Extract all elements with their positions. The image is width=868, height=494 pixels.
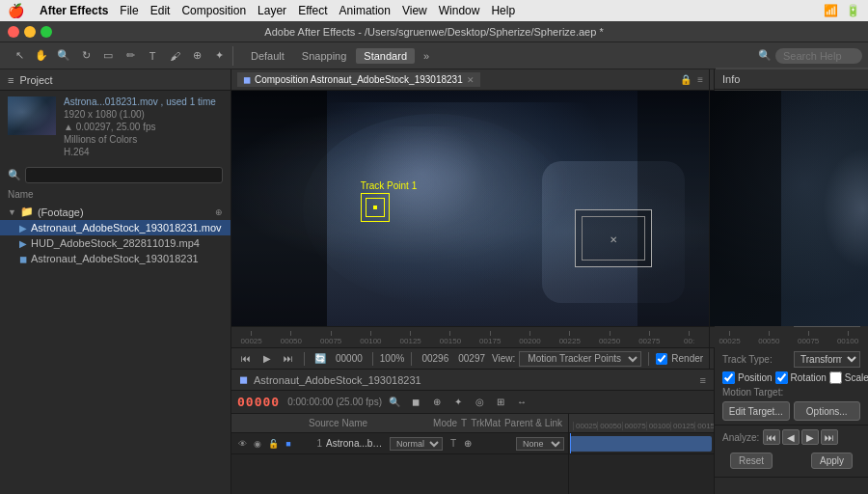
footage-folder[interactable]: ▼ 📁 (Footage) ⊕ — [0, 204, 231, 220]
info-section: Info — [715, 69, 868, 90]
ruler-mark: 00250 — [589, 331, 629, 345]
track-point-1[interactable]: Track Point 1 — [361, 180, 418, 222]
folder-icon: 📁 — [20, 206, 34, 218]
menu-layer[interactable]: Layer — [258, 4, 286, 17]
analyze-back-btn[interactable]: ◀ — [782, 429, 800, 445]
workspace-expand[interactable]: » — [417, 46, 436, 66]
track-point-center — [373, 206, 377, 209]
timeline-btn-6[interactable]: ↔ — [513, 395, 530, 410]
info-section-header[interactable]: Info — [715, 69, 868, 89]
brush-tool[interactable]: 🖌 — [165, 46, 184, 66]
label-icon[interactable]: ■ — [282, 437, 295, 451]
timeline-btn-5[interactable]: ⊞ — [492, 395, 509, 410]
file-item-1[interactable]: ▶ Astronaut_AdobeStock_193018231.mov — [0, 220, 231, 235]
search-help: 🔍 — [758, 48, 862, 64]
menu-window[interactable]: Window — [439, 4, 480, 17]
project-codec: H.264 — [64, 147, 223, 157]
menu-composition[interactable]: Composition — [181, 4, 246, 17]
timeline-btn-2[interactable]: ⊕ — [428, 395, 446, 410]
maximize-button[interactable] — [41, 26, 52, 38]
comp-viewer-canvas[interactable]: Track Point 1 ✕ — [231, 91, 709, 326]
timeline-comp-name: Astronaut_AdobeStock_193018231 — [254, 374, 421, 386]
comp-timeline-ruler: 00025 00050 00075 00100 00125 00150 0017… — [231, 326, 709, 347]
layer-controls: 👁 ◉ 🔓 ■ — [235, 437, 303, 451]
workspace-default[interactable]: Default — [243, 48, 292, 64]
analyze-forward-all-btn[interactable]: ⏭ — [821, 429, 838, 445]
parent-icon: ⊕ — [464, 438, 512, 449]
layer-track-1[interactable] — [569, 433, 714, 454]
text-tool[interactable]: T — [143, 46, 162, 66]
solo-icon[interactable]: ◉ — [251, 437, 264, 451]
track-ruler: 00025 00050 00075 00100 00125 00150 0017… — [569, 414, 714, 433]
track-type-select[interactable]: Transform — [794, 351, 860, 368]
render-checkbox[interactable] — [656, 353, 667, 365]
lock-icon[interactable]: 🔓 — [266, 437, 280, 451]
timeline-search-icon[interactable]: 🔍 — [386, 395, 403, 410]
menu-effect[interactable]: Effect — [298, 4, 327, 17]
loop-btn[interactable]: 🔄 — [312, 351, 329, 367]
file-item-3[interactable]: ◼ Astronaut_AdobeStock_193018231 — [0, 251, 231, 266]
comp-viewer-menu[interactable]: ≡ — [697, 74, 703, 85]
timeline-btn-3[interactable]: ✦ — [449, 395, 467, 410]
play-btn[interactable]: ▶ — [258, 351, 276, 367]
tool-selection: ↖ ✋ 🔍 ↻ ▭ ✏ T 🖌 ⊕ ✦ — [6, 46, 233, 66]
tracker-actions: Reset Apply — [722, 449, 860, 473]
layer-viewer: ▶ Layer Astronaut_AdobeStock_193018231.m… — [710, 69, 868, 369]
project-filename: Astrona...018231.mov , used 1 time — [64, 96, 223, 107]
menu-help[interactable]: Help — [491, 4, 515, 17]
shape-tool[interactable]: ▭ — [98, 46, 118, 66]
options-btn[interactable]: Options... — [794, 401, 861, 421]
pen-tool[interactable]: ✏ — [121, 46, 140, 66]
hand-tool[interactable]: ✋ — [32, 46, 51, 66]
separator — [411, 352, 412, 366]
menu-file[interactable]: File — [120, 4, 138, 17]
analysis-search-box[interactable]: ✕ — [575, 209, 652, 267]
menu-edit[interactable]: Edit — [150, 4, 171, 17]
menu-animation[interactable]: Animation — [339, 4, 391, 17]
apply-btn[interactable]: Apply — [811, 453, 853, 469]
frame-num2: 00297 — [455, 353, 488, 364]
view-select[interactable]: Motion Tracker Points — [519, 351, 641, 367]
file-item-2[interactable]: ▶ HUD_AdobeStock_282811019.mp4 — [0, 235, 231, 251]
menu-view[interactable]: View — [402, 4, 427, 17]
close-button[interactable] — [8, 26, 19, 38]
center-area: ◼ Composition Astronaut_AdobeStock_19301… — [231, 69, 714, 494]
analyze-back-all-btn[interactable]: ⏮ — [763, 429, 780, 445]
position-checkbox-row: Position Rotation Scale — [722, 371, 860, 384]
parent-link-header: Parent & Link — [504, 418, 562, 428]
parent-select[interactable]: None — [516, 437, 564, 451]
edit-target-btn[interactable]: Edit Target... — [722, 401, 790, 421]
timeline-header: ◼ Astronaut_AdobeStock_193018231 ≡ — [231, 370, 714, 391]
comp-viewer: ◼ Composition Astronaut_AdobeStock_19301… — [231, 69, 710, 369]
position-checkbox[interactable] — [722, 371, 735, 384]
analyze-forward-btn[interactable]: ▶ — [801, 429, 819, 445]
rotation-checkbox[interactable] — [775, 371, 788, 384]
layer-viewer-canvas[interactable] — [710, 91, 868, 326]
go-end-btn[interactable]: ⏭ — [280, 351, 297, 367]
timeline-menu-icon[interactable]: ≡ — [700, 374, 706, 386]
eye-icon[interactable]: 👁 — [235, 437, 249, 451]
timeline-btn-4[interactable]: ◎ — [471, 395, 488, 410]
timeline-fps: 0:00:00:00 (25.00 fps) — [287, 397, 382, 407]
comp-tab-close[interactable]: ✕ — [467, 75, 475, 85]
project-search-input[interactable] — [25, 167, 223, 183]
reset-btn[interactable]: Reset — [730, 453, 773, 469]
stamp-tool[interactable]: ⊕ — [187, 46, 206, 66]
minimize-button[interactable] — [24, 26, 36, 38]
go-start-btn[interactable]: ⏮ — [237, 351, 255, 367]
rotation-tool[interactable]: ↻ — [76, 46, 95, 66]
project-panel: ≡ Project Astrona...018231.mov , used 1 … — [0, 69, 231, 494]
timeline-btn-1[interactable]: ◼ — [407, 395, 424, 410]
zoom-tool[interactable]: 🔍 — [54, 46, 73, 66]
layer-mode-select[interactable]: Normal — [390, 437, 443, 451]
lock-icon: 🔒 — [680, 74, 692, 85]
scale-checkbox[interactable] — [829, 371, 842, 384]
search-input[interactable] — [775, 48, 862, 64]
workspace-standard[interactable]: Standard — [356, 48, 415, 64]
workspace-snapping[interactable]: Snapping — [294, 48, 355, 64]
puppet-tool[interactable]: ✦ — [209, 46, 229, 66]
ruler-mark: 00100 — [351, 331, 391, 345]
layer-dark-left — [710, 91, 781, 326]
comp-tab[interactable]: ◼ Composition Astronaut_AdobeStock_19301… — [237, 72, 480, 87]
selection-tool[interactable]: ↖ — [10, 46, 29, 66]
